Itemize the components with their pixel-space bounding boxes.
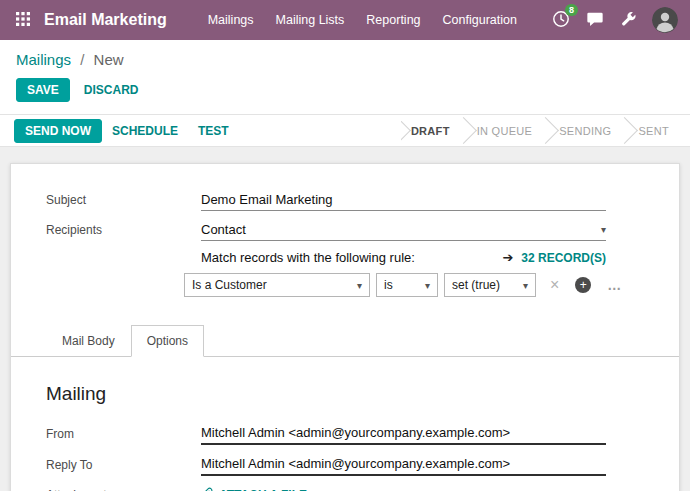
discard-button[interactable]: DISCARD bbox=[74, 79, 149, 101]
tab-mail-body[interactable]: Mail Body bbox=[46, 325, 131, 357]
rule-field-value: Is a Customer bbox=[192, 278, 267, 292]
rule-field-select[interactable]: Is a Customer ▾ bbox=[184, 273, 370, 297]
recipients-value: Contact bbox=[201, 222, 246, 237]
match-rule-row: Match records with the following rule: ➔… bbox=[201, 250, 606, 265]
menu-item-configuration[interactable]: Configuration bbox=[432, 6, 528, 34]
menu-item-mailing-lists[interactable]: Mailing Lists bbox=[265, 6, 356, 34]
test-button[interactable]: TEST bbox=[188, 120, 239, 142]
menu-item-reporting[interactable]: Reporting bbox=[355, 6, 431, 34]
attach-file-button[interactable]: ATTACH A FILE bbox=[201, 485, 307, 491]
send-now-button[interactable]: SEND NOW bbox=[14, 119, 102, 143]
breadcrumb-mailings-link[interactable]: Mailings bbox=[16, 51, 71, 68]
apps-grid-icon bbox=[16, 12, 30, 29]
recipients-select[interactable]: Contact ▾ bbox=[201, 220, 606, 241]
breadcrumb-separator: / bbox=[80, 51, 84, 68]
arrow-right-icon: ➔ bbox=[502, 250, 513, 265]
tab-options[interactable]: Options bbox=[131, 325, 204, 357]
app-title: Email Marketing bbox=[44, 11, 167, 29]
subject-row: Subject Demo Email Marketing bbox=[11, 190, 679, 211]
from-input[interactable]: Mitchell Admin <admin@yourcompany.exampl… bbox=[201, 423, 606, 445]
breadcrumb-current: New bbox=[94, 51, 124, 68]
attachments-row: Attachments ATTACH A FILE bbox=[11, 485, 679, 491]
messages-button[interactable] bbox=[586, 10, 604, 31]
schedule-button[interactable]: SCHEDULE bbox=[102, 120, 188, 142]
delete-rule-button[interactable]: × bbox=[550, 277, 559, 293]
paperclip-icon bbox=[201, 487, 214, 491]
apps-menu-button[interactable] bbox=[8, 5, 38, 35]
step-chevron-icon bbox=[450, 117, 477, 144]
user-avatar[interactable] bbox=[652, 7, 678, 33]
add-rule-button[interactable]: + bbox=[575, 277, 591, 293]
reply-to-row: Reply To Mitchell Admin <admin@yourcompa… bbox=[11, 454, 679, 476]
mailing-section-title: Mailing bbox=[46, 383, 679, 405]
rule-operator-select[interactable]: is ▾ bbox=[376, 273, 438, 297]
recipients-label: Recipients bbox=[46, 223, 201, 241]
menu-item-mailings[interactable]: Mailings bbox=[197, 6, 265, 34]
reply-to-input[interactable]: Mitchell Admin <admin@yourcompany.exampl… bbox=[201, 454, 606, 476]
notebook-tabs: Mail Body Options bbox=[11, 325, 679, 357]
rule-value-value: set (true) bbox=[452, 278, 500, 292]
top-menu: Mailings Mailing Lists Reporting Configu… bbox=[197, 6, 528, 34]
subject-label: Subject bbox=[46, 193, 201, 211]
topbar-systray: 8 bbox=[552, 7, 678, 33]
subject-input[interactable]: Demo Email Marketing bbox=[201, 190, 606, 211]
from-label: From bbox=[46, 427, 201, 445]
breadcrumb: Mailings / New bbox=[0, 40, 690, 70]
chat-icon bbox=[586, 10, 604, 31]
recipients-row: Recipients Contact ▾ bbox=[11, 220, 679, 241]
chevron-down-icon: ▾ bbox=[425, 280, 430, 291]
add-branch-button[interactable]: … bbox=[607, 278, 623, 292]
rule-operator-value: is bbox=[384, 278, 393, 292]
record-count-button[interactable]: ➔ 32 RECORD(S) bbox=[502, 250, 606, 265]
record-count-label: 32 RECORD(S) bbox=[521, 251, 606, 265]
chevron-down-icon: ▾ bbox=[357, 280, 362, 291]
from-row: From Mitchell Admin <admin@yourcompany.e… bbox=[11, 423, 679, 445]
save-button[interactable]: SAVE bbox=[16, 78, 70, 102]
domain-rule-row: Is a Customer ▾ is ▾ set (true) ▾ × + … bbox=[184, 273, 679, 297]
activity-count-badge: 8 bbox=[565, 4, 578, 17]
chevron-down-icon: ▾ bbox=[523, 280, 528, 291]
top-navbar: Email Marketing Mailings Mailing Lists R… bbox=[0, 0, 690, 40]
record-actions: SAVE DISCARD bbox=[0, 70, 690, 115]
step-chevron-icon bbox=[612, 117, 639, 144]
reply-to-label: Reply To bbox=[46, 458, 201, 476]
activities-button[interactable]: 8 bbox=[552, 10, 570, 31]
chevron-down-icon: ▾ bbox=[601, 224, 606, 235]
step-chevron-icon bbox=[532, 117, 559, 144]
step-chevron-icon bbox=[401, 117, 411, 144]
match-rule-text: Match records with the following rule: bbox=[201, 250, 415, 265]
rule-value-select[interactable]: set (true) ▾ bbox=[444, 273, 536, 297]
form-sheet: Subject Demo Email Marketing Recipients … bbox=[10, 163, 680, 491]
state-steps: DRAFT IN QUEUE SENDING SENT bbox=[401, 115, 690, 146]
wrench-icon bbox=[620, 11, 636, 30]
statusbar: SEND NOW SCHEDULE TEST DRAFT IN QUEUE SE… bbox=[0, 115, 690, 147]
main-content: Subject Demo Email Marketing Recipients … bbox=[0, 147, 690, 491]
developer-tools-button[interactable] bbox=[620, 11, 636, 30]
